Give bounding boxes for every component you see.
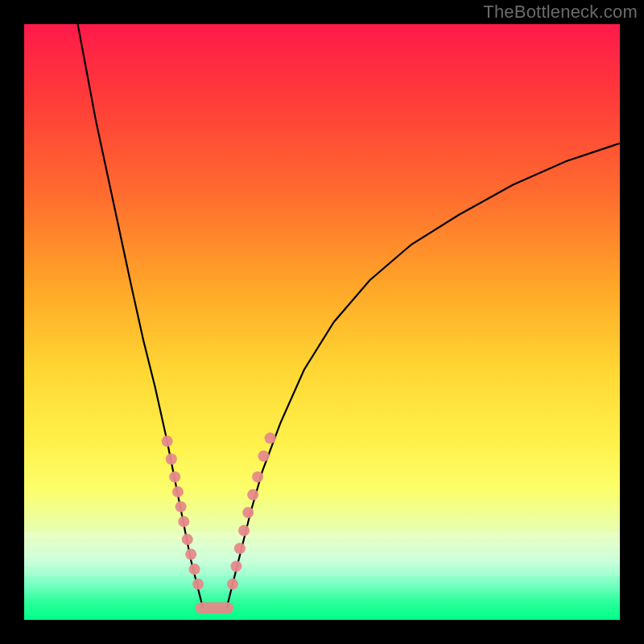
light-strip (24, 559, 620, 568)
light-strip (24, 551, 620, 559)
highlight-dot (265, 432, 276, 444)
highlight-dot (166, 453, 177, 464)
highlight-dot (175, 501, 187, 512)
light-strip (24, 568, 620, 576)
highlight-dot (189, 564, 200, 575)
highlight-dot (172, 486, 184, 497)
highlight-dot (162, 436, 173, 447)
highlight-dot (234, 543, 246, 554)
highlight-dot (227, 579, 238, 590)
highlight-dot (178, 516, 189, 527)
highlight-dot (247, 489, 258, 501)
highlight-dot (258, 451, 269, 462)
light-strip (24, 532, 620, 540)
light-strip (24, 542, 620, 550)
highlight-dot (185, 549, 196, 560)
highlight-dot (252, 471, 263, 482)
highlight-dot (242, 507, 254, 518)
highlight-dot (238, 525, 250, 536)
highlight-dot (230, 560, 242, 572)
chart-svg (24, 24, 620, 620)
watermark-text: TheBottleneck.com (483, 2, 638, 23)
chart-plot-area (24, 24, 620, 620)
chart-frame: TheBottleneck.com (0, 0, 644, 644)
highlight-dot (192, 579, 204, 590)
highlight-dot (182, 534, 193, 545)
highlight-dot (169, 471, 180, 482)
